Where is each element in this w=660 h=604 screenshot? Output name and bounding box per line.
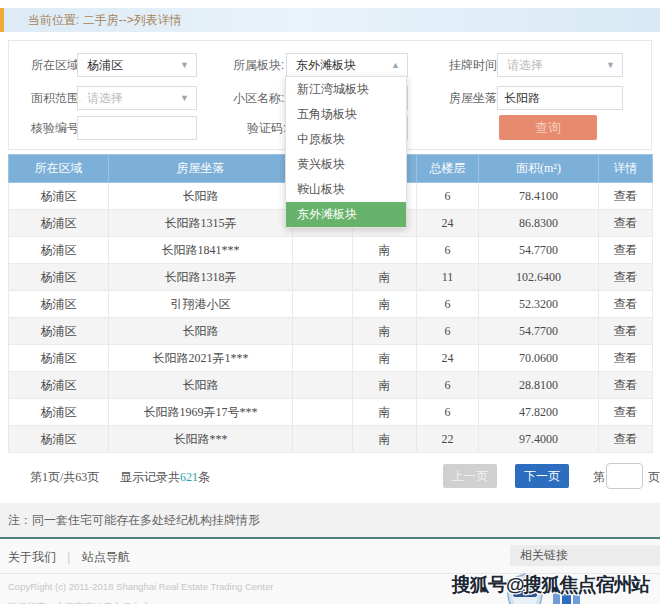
detail-link[interactable]: 查看 bbox=[599, 264, 653, 291]
table-cell: 杨浦区 bbox=[9, 291, 109, 318]
table-cell: 南 bbox=[353, 426, 417, 453]
table-cell: 11 bbox=[417, 264, 479, 291]
table-header-cell: 面积(m²) bbox=[479, 155, 599, 183]
top-gap bbox=[0, 0, 660, 8]
table-header-cell: 房屋坐落 bbox=[109, 155, 293, 183]
table-cell: 杨浦区 bbox=[9, 426, 109, 453]
table-cell: 南 bbox=[353, 237, 417, 264]
dropdown-option[interactable]: 黄兴板块 bbox=[286, 152, 406, 177]
check-number-input[interactable] bbox=[77, 116, 197, 140]
table-cell: 长阳路*** bbox=[109, 426, 293, 453]
record-count-text: 显示记录共621条 bbox=[120, 469, 210, 486]
table-cell: 长阳路 bbox=[109, 183, 293, 210]
table-header-cell: 详情 bbox=[599, 155, 653, 183]
table-cell: 6 bbox=[417, 183, 479, 210]
table-cell: 6 bbox=[417, 318, 479, 345]
table-row: 杨浦区长阳路2021弄1***南2470.0600查看 bbox=[9, 345, 653, 372]
related-links-select[interactable]: 相关链接 bbox=[510, 545, 660, 566]
area-range-label: 面积范围: bbox=[31, 86, 82, 110]
detail-link[interactable]: 查看 bbox=[599, 345, 653, 372]
table-cell: 24 bbox=[417, 345, 479, 372]
goto-page-suffix: 页 bbox=[648, 469, 660, 486]
chevron-down-icon: ▼ bbox=[180, 54, 189, 76]
page-info: 第1页/共63页 bbox=[30, 469, 99, 486]
plate-dropdown: 新江湾城板块五角场板块中原板块黄兴板块鞍山板块东外滩板块 bbox=[285, 76, 407, 228]
table-cell: 引翔港小区 bbox=[109, 291, 293, 318]
table-cell bbox=[293, 399, 353, 426]
chevron-down-icon: ▼ bbox=[180, 87, 189, 109]
detail-link[interactable]: 查看 bbox=[599, 426, 653, 453]
table-cell: 杨浦区 bbox=[9, 264, 109, 291]
next-page-button[interactable]: 下一页 bbox=[515, 464, 569, 488]
goto-page-input[interactable] bbox=[606, 463, 643, 489]
footer-links: 关于我们 | 站点导航 bbox=[8, 549, 130, 566]
detail-link[interactable]: 查看 bbox=[599, 372, 653, 399]
about-us-link[interactable]: 关于我们 bbox=[8, 550, 56, 564]
note-text: 注：同一套住宅可能存在多处经纪机构挂牌情形 bbox=[0, 503, 660, 537]
table-cell: 102.6400 bbox=[479, 264, 599, 291]
prev-page-button[interactable]: 上一页 bbox=[443, 464, 497, 488]
table-cell: 54.7700 bbox=[479, 318, 599, 345]
chevron-up-icon: ▲ bbox=[391, 54, 400, 76]
region-select[interactable]: 杨浦区 ▼ bbox=[77, 53, 197, 77]
listing-time-select[interactable]: 请选择 ▼ bbox=[497, 53, 623, 77]
table-header-cell: 所在区域 bbox=[9, 155, 109, 183]
detail-link[interactable]: 查看 bbox=[599, 183, 653, 210]
detail-link[interactable]: 查看 bbox=[599, 237, 653, 264]
table-cell: 杨浦区 bbox=[9, 372, 109, 399]
table-cell bbox=[293, 264, 353, 291]
table-cell: 杨浦区 bbox=[9, 210, 109, 237]
listing-time-label: 挂牌时间: bbox=[449, 53, 500, 77]
detail-link[interactable]: 查看 bbox=[599, 318, 653, 345]
search-button[interactable]: 查询 bbox=[499, 115, 597, 140]
detail-link[interactable]: 查看 bbox=[599, 291, 653, 318]
table-cell: 6 bbox=[417, 291, 479, 318]
record-count: 621 bbox=[180, 470, 198, 484]
region-select-value: 杨浦区 bbox=[87, 58, 123, 72]
table-cell: 杨浦区 bbox=[9, 399, 109, 426]
house-location-input[interactable] bbox=[497, 86, 623, 110]
table-row: 杨浦区长阳路1318弄南11102.6400查看 bbox=[9, 264, 653, 291]
table-cell: 6 bbox=[417, 372, 479, 399]
table-cell: 6 bbox=[417, 237, 479, 264]
plate-select-value: 东外滩板块 bbox=[296, 58, 356, 72]
dropdown-option[interactable]: 新江湾城板块 bbox=[286, 77, 406, 102]
table-cell: 南 bbox=[353, 372, 417, 399]
dropdown-option[interactable]: 东外滩板块 bbox=[286, 202, 406, 227]
link-separator: | bbox=[67, 550, 70, 564]
table-cell bbox=[293, 318, 353, 345]
table-row: 杨浦区长阳路1969弄17号***南647.8200查看 bbox=[9, 399, 653, 426]
table-cell: 22 bbox=[417, 426, 479, 453]
site-nav-link[interactable]: 站点导航 bbox=[82, 550, 130, 564]
table-cell: 南 bbox=[353, 399, 417, 426]
detail-link[interactable]: 查看 bbox=[599, 210, 653, 237]
plate-label: 所属板块: bbox=[233, 53, 284, 77]
table-cell: 6 bbox=[417, 399, 479, 426]
region-label: 所在区域: bbox=[31, 53, 82, 77]
area-range-select[interactable]: 请选择 ▼ bbox=[77, 86, 197, 110]
copyright-line1: CopyRight (c) 2011-2018 Shanghai Real Es… bbox=[8, 581, 273, 592]
table-cell: 97.4000 bbox=[479, 426, 599, 453]
plate-select[interactable]: 东外滩板块 ▲ bbox=[286, 53, 408, 77]
table-cell: 南 bbox=[353, 264, 417, 291]
table-cell bbox=[293, 237, 353, 264]
table-row: 杨浦区引翔港小区南652.3200查看 bbox=[9, 291, 653, 318]
table-cell: 杨浦区 bbox=[9, 237, 109, 264]
table-cell: 南 bbox=[353, 345, 417, 372]
page: 当前位置: 二手房-->列表详情 所在区域: 杨浦区 ▼ 所属板块: 东外滩板块… bbox=[0, 0, 660, 604]
goto-page-prefix: 第 bbox=[593, 469, 605, 486]
dropdown-option[interactable]: 五角场板块 bbox=[286, 102, 406, 127]
table-cell: 24 bbox=[417, 210, 479, 237]
table-cell: 长阳路1315弄 bbox=[109, 210, 293, 237]
table-cell: 杨浦区 bbox=[9, 183, 109, 210]
table-cell: 长阳路 bbox=[109, 372, 293, 399]
dropdown-option[interactable]: 中原板块 bbox=[286, 127, 406, 152]
dropdown-option[interactable]: 鞍山板块 bbox=[286, 177, 406, 202]
table-cell bbox=[293, 426, 353, 453]
table-cell: 54.7700 bbox=[479, 237, 599, 264]
record-suffix: 条 bbox=[198, 470, 210, 484]
table-cell: 47.8200 bbox=[479, 399, 599, 426]
detail-link[interactable]: 查看 bbox=[599, 399, 653, 426]
table-cell: 长阳路1841*** bbox=[109, 237, 293, 264]
table-row: 杨浦区长阳路南654.7700查看 bbox=[9, 318, 653, 345]
